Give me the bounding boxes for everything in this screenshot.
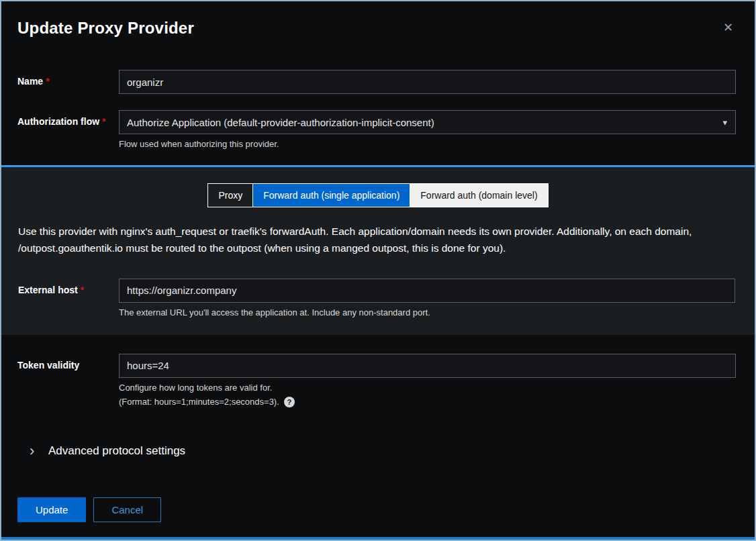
page-title: Update Proxy Provider	[17, 19, 194, 38]
authorization-flow-control: Authorize Application (default-provider-…	[119, 110, 736, 149]
cancel-button[interactable]: Cancel	[93, 497, 161, 522]
external-host-input[interactable]	[119, 279, 735, 303]
required-asterisk: *	[102, 116, 105, 127]
window-bottom-accent	[1, 537, 755, 540]
token-validity-input[interactable]	[119, 354, 736, 378]
token-validity-label: Token validity	[17, 354, 119, 407]
mode-description: Use this provider with nginx's auth_requ…	[18, 224, 716, 257]
tab-proxy[interactable]: Proxy	[208, 184, 252, 207]
modal-footer: Update Cancel	[17, 497, 739, 522]
name-label: Name*	[17, 70, 119, 94]
token-validity-label-text: Token validity	[17, 360, 79, 371]
chevron-right-icon: ›	[17, 444, 48, 458]
authorization-flow-select[interactable]: Authorize Application (default-provider-…	[119, 110, 736, 134]
authorization-flow-row: Authorization flow* Authorize Applicatio…	[17, 110, 736, 149]
name-label-text: Name	[17, 76, 43, 87]
update-button[interactable]: Update	[17, 497, 86, 522]
external-host-label: External host*	[18, 279, 119, 317]
token-validity-row: Token validity Configure how long tokens…	[17, 354, 736, 407]
authorization-flow-selected-value: Authorize Application (default-provider-…	[127, 117, 434, 128]
advanced-protocol-settings-expander[interactable]: › Advanced protocol settings	[17, 444, 739, 458]
advanced-protocol-settings-label: Advanced protocol settings	[48, 444, 185, 458]
token-validity-control: Configure how long tokens are valid for.…	[119, 354, 736, 407]
required-asterisk: *	[81, 285, 84, 295]
token-validity-format-help: (Format: hours=1;minutes=2;seconds=3). ?	[119, 397, 736, 407]
mode-toggle-group: Proxy Forward auth (single application) …	[18, 183, 738, 207]
update-proxy-provider-modal: { "modal": { "title": "Update Proxy Prov…	[0, 0, 756, 541]
chevron-down-icon: ▾	[722, 117, 727, 128]
token-validity-help: Configure how long tokens are valid for.	[119, 383, 736, 393]
tab-forward-auth-single-application[interactable]: Forward auth (single application)	[252, 184, 410, 207]
help-icon[interactable]: ?	[284, 397, 295, 407]
name-control	[119, 70, 736, 94]
mode-toggle-group-inner: Proxy Forward auth (single application) …	[207, 183, 548, 207]
name-input[interactable]	[119, 70, 736, 94]
external-host-control: The external URL you'll access the appli…	[119, 279, 735, 317]
proxy-mode-card: Proxy Forward auth (single application) …	[1, 165, 755, 335]
external-host-help: The external URL you'll access the appli…	[119, 307, 735, 317]
token-validity-format-text: (Format: hours=1;minutes=2;seconds=3).	[119, 397, 279, 407]
tab-forward-auth-domain-level[interactable]: Forward auth (domain level)	[410, 184, 547, 207]
external-host-label-text: External host	[18, 285, 78, 295]
authorization-flow-label-text: Authorization flow	[17, 116, 99, 127]
external-host-row: External host* The external URL you'll a…	[18, 279, 738, 317]
close-icon[interactable]: ✕	[720, 19, 736, 36]
required-asterisk: *	[46, 76, 49, 87]
authorization-flow-label: Authorization flow*	[17, 110, 119, 149]
authorization-flow-help: Flow used when authorizing this provider…	[119, 139, 736, 149]
name-field-row: Name*	[17, 70, 736, 94]
modal-header: Update Proxy Provider ✕	[1, 1, 755, 38]
